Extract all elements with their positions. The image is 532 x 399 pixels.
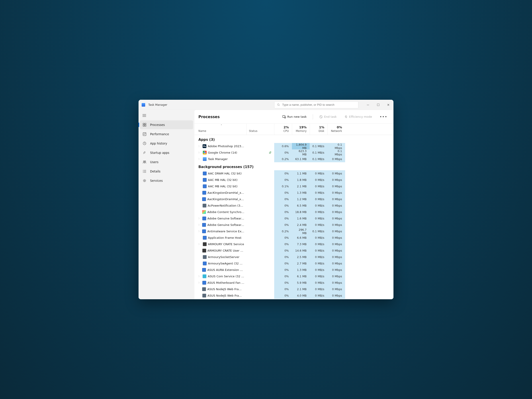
disk-cell: 0 MB/s (310, 292, 327, 299)
more-actions-button[interactable]: ••• (377, 113, 389, 120)
main-area: Processes Performance App history Startu… (139, 110, 393, 299)
process-row[interactable]: 〉Google Chrome (14)0%623.3 MB0.1 MB/s0.1… (194, 149, 393, 156)
expand-icon[interactable]: 〉 (198, 158, 202, 161)
expand-icon[interactable]: 〉 (198, 281, 201, 284)
column-status[interactable]: Status (247, 124, 274, 135)
process-row[interactable]: 〉AAC MB HAL (32 bit)0.1%2.1 MB0 MB/s0 Mb… (194, 183, 393, 190)
column-memory[interactable]: 19% Memory (292, 124, 310, 135)
process-row[interactable]: 〉AcPowerNotification (32 bit)0%6.5 MB0 M… (194, 202, 393, 209)
sidebar-item-processes[interactable]: Processes (140, 120, 193, 129)
process-icon (203, 178, 207, 182)
group-header: Apps (3) (194, 135, 393, 143)
process-row[interactable]: 〉ASUS NodeJS Web Framework0%4.0 MB0 MB/s… (194, 292, 393, 299)
search-input[interactable] (282, 103, 355, 106)
action-label: Efficiency mode (349, 115, 372, 118)
cpu-cell: 0% (274, 222, 292, 228)
disk-cell: 0 MB/s (310, 286, 327, 292)
column-network[interactable]: 0% Network (327, 124, 345, 135)
sidebar-item-services[interactable]: Services (140, 176, 193, 185)
column-disk[interactable]: 1% Disk (310, 124, 327, 135)
process-name-cell: 〉AacKingstonDramHal_x64.exe (194, 191, 247, 195)
process-row[interactable]: 〉Task Manager0.2%63.1 MB0.1 MB/s0 Mbps (194, 156, 393, 162)
sidebar-item-details[interactable]: Details (140, 167, 193, 176)
process-row[interactable]: 〉ASUS Com Service (32 bit)0%6.1 MB0 MB/s… (194, 273, 393, 279)
process-name-cell: 〉AAC DRAM HAL (32 bit) (194, 171, 247, 175)
process-row[interactable]: 〉Application Frame Host0%6.6 MB0 MB/s0 M… (194, 234, 393, 241)
process-name-cell: 〉ArmourySwAgent (32 bit) (194, 262, 247, 265)
memory-cell: 2.1 MB (292, 183, 310, 190)
process-row[interactable]: 〉PsAdobe Photoshop 2023 (9)0.6%1,804.9 M… (194, 143, 393, 149)
cpu-cell: 0% (274, 196, 292, 202)
column-name[interactable]: ⌃ Name (194, 124, 247, 135)
sidebar-item-label: Processes (150, 123, 165, 127)
network-cell: 0 Mbps (327, 183, 345, 190)
sidebar-item-performance[interactable]: Performance (140, 130, 193, 139)
processes-table[interactable]: ⌃ Name Status 2% CPU 19% Memory 1% Disk (194, 124, 393, 299)
svg-line-1 (279, 105, 279, 106)
hamburger-button[interactable] (139, 111, 194, 120)
run-new-task-button[interactable]: Run new task (280, 114, 309, 120)
process-name: ARMOURY CRATE User Sessio... (208, 249, 244, 252)
app-title: Task Manager (148, 103, 167, 106)
expand-icon[interactable]: 〉 (198, 230, 201, 233)
process-row[interactable]: 〉AAC DRAM HAL (32 bit)0%1.1 MB0 MB/s0 Mb… (194, 170, 393, 177)
process-name-cell: 〉AcPowerNotification (32 bit) (194, 204, 247, 208)
process-name: ASUS AURA Extension Card H... (207, 268, 244, 272)
process-row[interactable]: 〉Antimalware Service Executable0.2%296.7… (194, 228, 393, 234)
efficiency-mode-button[interactable]: Efficiency mode (342, 114, 374, 120)
process-row[interactable]: 〉AacKingstonDramHal_x86.exe...0%1.2 MB0 … (194, 196, 393, 202)
memory-cell: 6.1 MB (292, 273, 310, 279)
process-row[interactable]: 〉ASUS AURA Extension Card H...0%1.3 MB0 … (194, 267, 393, 273)
process-row[interactable]: 〉ArmourySwAgent (32 bit)0%2.7 MB0 MB/s0 … (194, 260, 393, 267)
cpu-cell: 0% (274, 286, 292, 292)
window-controls: ─ ☐ ✕ (363, 100, 393, 110)
memory-cell: 4.0 MB (292, 292, 310, 299)
sidebar-item-users[interactable]: Users (140, 158, 193, 166)
memory-cell: 18.8 MB (292, 209, 310, 215)
process-row[interactable]: 〉Adobe Genuine Software Inte...0%1.6 MB0… (194, 215, 393, 222)
expand-icon[interactable]: 〉 (198, 151, 202, 154)
memory-cell: 7.3 MB (292, 241, 310, 247)
process-row[interactable]: 〉ARMOURY CRATE User Sessio...0%14.6 MB0 … (194, 247, 393, 254)
process-icon (202, 210, 206, 214)
close-button[interactable]: ✕ (383, 100, 393, 110)
maximize-button[interactable]: ☐ (373, 100, 383, 110)
expand-icon[interactable]: 〉 (198, 217, 201, 220)
cpu-cell: 0% (274, 273, 292, 279)
process-name: ASUS Com Service (32 bit) (208, 275, 244, 278)
expand-icon[interactable]: 〉 (198, 243, 202, 246)
column-cpu[interactable]: 2% CPU (274, 124, 292, 135)
sidebar-item-label: Services (150, 179, 163, 183)
process-row[interactable]: 〉Adobe Content Synchronizer (...0%18.8 M… (194, 209, 393, 215)
process-row[interactable]: 〉AAC MB HAL (32 bit)0%1.8 MB0 MB/s0 Mbps (194, 177, 393, 183)
process-row[interactable]: 〉ASUS Motherboard Fan Contr...0%5.9 MB0 … (194, 279, 393, 286)
minimize-button[interactable]: ─ (363, 100, 373, 110)
process-row[interactable]: 〉ASUS NodeJS Web Framework...0%2.1 MB0 M… (194, 286, 393, 292)
process-row[interactable]: 〉Adobe Genuine Software Mon...0%2.4 MB0 … (194, 222, 393, 228)
svg-point-17 (143, 171, 143, 171)
process-name-cell: 〉ARMOURY CRATE Service (194, 242, 247, 246)
action-label: End task (324, 115, 336, 118)
disk-cell: 0.1 MB/s (310, 143, 327, 149)
expand-icon[interactable]: 〉 (198, 275, 201, 278)
cpu-cell: 0% (274, 177, 292, 183)
process-row[interactable]: 〉AacKingstonDramHal_x64.exe0%1.3 MB0 MB/… (194, 190, 393, 196)
cpu-cell: 0% (274, 260, 292, 267)
expand-icon[interactable]: 〉 (198, 145, 201, 148)
process-name: AcPowerNotification (32 bit) (208, 204, 244, 207)
process-name-cell: 〉Adobe Genuine Software Mon... (194, 223, 247, 227)
expand-icon[interactable]: 〉 (198, 223, 201, 227)
disk-cell: 0 MB/s (310, 234, 327, 241)
network-cell: 0 Mbps (327, 222, 345, 228)
sidebar-item-apphistory[interactable]: App history (140, 139, 193, 148)
users-icon (143, 160, 146, 164)
process-row[interactable]: 〉ArmourySocketServer0%2.5 MB0 MB/s0 Mbps (194, 254, 393, 260)
sidebar-item-label: Startup apps (150, 151, 169, 154)
end-task-button[interactable]: End task (317, 114, 339, 120)
process-row[interactable]: 〉ARMOURY CRATE Service0%7.3 MB0 MB/s0 Mb… (194, 241, 393, 247)
process-name: ASUS Motherboard Fan Contr... (208, 281, 244, 284)
network-cell: 0 Mbps (327, 292, 345, 299)
process-icon (202, 281, 206, 285)
search-box[interactable] (274, 101, 358, 108)
sidebar-item-startup[interactable]: Startup apps (140, 148, 193, 157)
